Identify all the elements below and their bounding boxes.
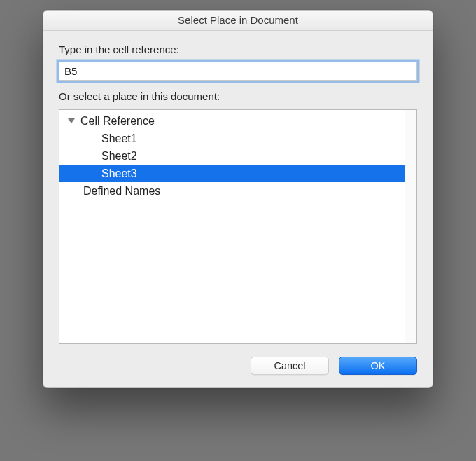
disclosure-triangle-icon[interactable] (66, 118, 76, 123)
place-select-label: Or select a place in this document: (59, 90, 417, 102)
tree-item-cell-reference[interactable]: Cell Reference (59, 112, 405, 130)
tree-item-label: Defined Names (83, 185, 160, 198)
cell-reference-label: Type in the cell reference: (59, 43, 417, 55)
dialog-window: Select Place in Document Type in the cel… (43, 10, 433, 388)
dialog-title: Select Place in Document (43, 11, 433, 31)
tree-item-defined-names[interactable]: Defined Names (59, 182, 405, 200)
tree-scrollbar[interactable] (405, 110, 416, 343)
tree-item-label: Sheet1 (102, 132, 137, 145)
tree-item-label: Sheet2 (102, 150, 137, 163)
tree-item-sheet3[interactable]: Sheet3 (59, 165, 405, 182)
place-tree-container: Cell Reference Sheet1 Sheet2 Sheet3 Defi… (59, 109, 417, 344)
ok-button[interactable]: OK (339, 357, 417, 375)
tree-item-label: Cell Reference (80, 115, 155, 128)
dialog-button-row: Cancel OK (59, 357, 417, 375)
tree-item-sheet1[interactable]: Sheet1 (59, 130, 405, 147)
tree-item-label: Sheet3 (102, 167, 137, 180)
cell-reference-input[interactable] (59, 62, 417, 81)
tree-item-sheet2[interactable]: Sheet2 (59, 147, 405, 165)
dialog-content: Type in the cell reference: Or select a … (43, 31, 433, 387)
place-tree[interactable]: Cell Reference Sheet1 Sheet2 Sheet3 Defi… (59, 110, 405, 343)
cancel-button[interactable]: Cancel (251, 357, 329, 375)
